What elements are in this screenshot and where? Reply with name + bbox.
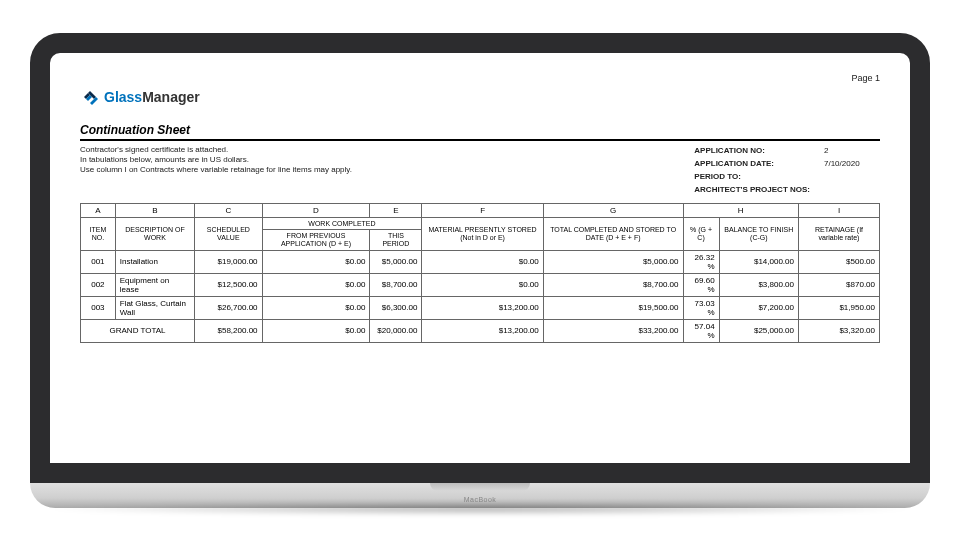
page-number: Page 1 [80, 73, 880, 83]
sheet-title: Continuation Sheet [80, 123, 880, 141]
hdr-description: DESCRIPTION OF WORK [115, 217, 194, 250]
screen: Page 1 GlassManager Continuation Sheet C… [30, 33, 930, 483]
col-C: C [195, 203, 262, 217]
cell-material: $0.00 [422, 250, 543, 273]
cell-ret: $1,950.00 [799, 296, 880, 319]
cell-item: 001 [81, 250, 116, 273]
cell-pct: 69.60 % [683, 273, 719, 296]
application-no-value: 2 [818, 145, 878, 156]
hdr-scheduled-value: SCHEDULED VALUE [195, 217, 262, 250]
grand-total-label: GRAND TOTAL [81, 319, 195, 342]
cell-ret: $500.00 [799, 250, 880, 273]
hdr-this-period: THIS PERIOD [370, 230, 422, 250]
period-to-label: PERIOD TO: [688, 171, 816, 182]
cell-total: $8,700.00 [543, 273, 683, 296]
cell-pct: 26.32 % [683, 250, 719, 273]
meta-section: Contractor's signed certificate is attac… [80, 143, 880, 197]
grand-pct: 57.04 % [683, 319, 719, 342]
col-G: G [543, 203, 683, 217]
architect-nos-value [818, 184, 878, 195]
period-to-value [818, 171, 878, 182]
grand-this-period: $20,000.00 [370, 319, 422, 342]
grand-total-row: GRAND TOTAL $58,200.00 $0.00 $20,000.00 … [81, 319, 880, 342]
hdr-total-completed: TOTAL COMPLETED AND STORED TO DATE (D + … [543, 217, 683, 250]
col-B: B [115, 203, 194, 217]
cell-balance: $14,000.00 [719, 250, 798, 273]
table-row: 001 Installation $19,000.00 $0.00 $5,000… [81, 250, 880, 273]
cell-from-prev: $0.00 [262, 296, 370, 319]
cell-sched: $19,000.00 [195, 250, 262, 273]
laptop-notch [430, 483, 530, 491]
application-date-value: 7/10/2020 [818, 158, 878, 169]
application-no-label: APPLICATION NO: [688, 145, 816, 156]
hdr-percent: % (G + C) [683, 217, 719, 250]
grand-balance: $25,000.00 [719, 319, 798, 342]
laptop-mockup: Page 1 GlassManager Continuation Sheet C… [30, 33, 930, 522]
hdr-balance-to-finish: BALANCE TO FINISH (C-G) [719, 217, 798, 250]
continuation-table: A B C D E F G H I ITEM NO. DESCRIPTION O… [80, 203, 880, 343]
hdr-work-completed: WORK COMPLETED [262, 217, 422, 230]
cell-item: 003 [81, 296, 116, 319]
col-I: I [799, 203, 880, 217]
cell-total: $5,000.00 [543, 250, 683, 273]
cell-sched: $26,700.00 [195, 296, 262, 319]
cell-from-prev: $0.00 [262, 250, 370, 273]
table-row: 002 Equipment on lease $12,500.00 $0.00 … [81, 273, 880, 296]
cell-ret: $870.00 [799, 273, 880, 296]
note-line-2: In tabulations below, amounts are in US … [80, 155, 352, 165]
hdr-from-prev: FROM PREVIOUS APPLICATION (D + E) [262, 230, 370, 250]
col-F: F [422, 203, 543, 217]
table-row: 003 Flat Glass, Curtain Wall $26,700.00 … [81, 296, 880, 319]
grand-from-prev: $0.00 [262, 319, 370, 342]
col-A: A [81, 203, 116, 217]
hdr-material: MATERIAL PRESENTLY STORED (Not in D or E… [422, 217, 543, 250]
logo-text-glass: Glass [104, 89, 142, 105]
application-meta: APPLICATION NO: 2 APPLICATION DATE: 7/10… [686, 143, 880, 197]
cell-desc: Equipment on lease [115, 273, 194, 296]
laptop-shadow [40, 502, 920, 516]
cell-material: $13,200.00 [422, 296, 543, 319]
cell-desc: Installation [115, 250, 194, 273]
cell-from-prev: $0.00 [262, 273, 370, 296]
col-E: E [370, 203, 422, 217]
architect-nos-label: ARCHITECT'S PROJECT NOS: [688, 184, 816, 195]
note-line-3: Use column I on Contracts where variable… [80, 165, 352, 175]
logo-text-manager: Manager [142, 89, 200, 105]
cell-balance: $3,800.00 [719, 273, 798, 296]
col-H: H [683, 203, 798, 217]
cell-desc: Flat Glass, Curtain Wall [115, 296, 194, 319]
cell-this-period: $8,700.00 [370, 273, 422, 296]
hdr-item-no: ITEM NO. [81, 217, 116, 250]
cell-balance: $7,200.00 [719, 296, 798, 319]
cell-this-period: $5,000.00 [370, 250, 422, 273]
application-date-label: APPLICATION DATE: [688, 158, 816, 169]
brand-glyph-icon [80, 87, 100, 107]
cell-material: $0.00 [422, 273, 543, 296]
cell-sched: $12,500.00 [195, 273, 262, 296]
cell-this-period: $6,300.00 [370, 296, 422, 319]
hdr-retainage: RETAINAGE (If variable rate) [799, 217, 880, 250]
grand-ret: $3,320.00 [799, 319, 880, 342]
grand-sched: $58,200.00 [195, 319, 262, 342]
cell-total: $19,500.00 [543, 296, 683, 319]
cell-pct: 73.03 % [683, 296, 719, 319]
logo: GlassManager [80, 87, 880, 107]
grand-material: $13,200.00 [422, 319, 543, 342]
grand-total: $33,200.00 [543, 319, 683, 342]
col-D: D [262, 203, 370, 217]
contract-notes: Contractor's signed certificate is attac… [80, 143, 352, 197]
cell-item: 002 [81, 273, 116, 296]
note-line-1: Contractor's signed certificate is attac… [80, 145, 352, 155]
